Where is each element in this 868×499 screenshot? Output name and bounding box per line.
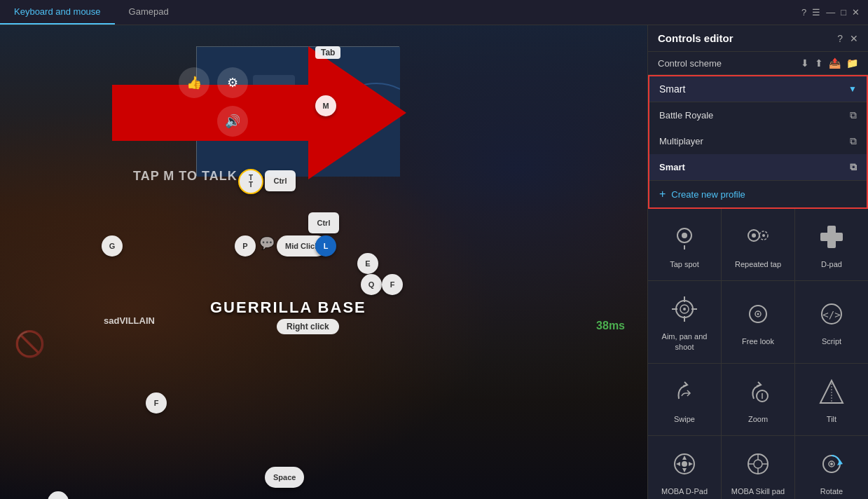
dropdown-item-multiplayer[interactable]: Multiplayer ⧉ — [649, 128, 867, 154]
scheme-download-icon[interactable]: ⬇ — [801, 57, 809, 69]
key-ctrl-2[interactable]: Ctrl — [308, 212, 339, 233]
rotate-label: Rotate — [820, 486, 843, 496]
controls-panel: Controls editor ? ✕ Control scheme ⬇ ⬆ 📤… — [647, 25, 868, 499]
key-l[interactable]: L — [315, 235, 336, 257]
copy-icon-1: ⧉ — [850, 109, 857, 121]
control-tap-spot[interactable]: Tap spot — [648, 209, 721, 280]
tilt-label: Tilt — [827, 414, 836, 424]
control-moba-dpad[interactable]: MOBA D-Pad — [648, 436, 721, 499]
key-tt[interactable]: TT — [238, 169, 263, 194]
key-m[interactable]: M — [315, 95, 336, 116]
copy-icon-3: ⧉ — [850, 161, 857, 173]
zoom-icon — [741, 375, 775, 409]
svg-point-37 — [682, 461, 687, 467]
profile-dropdown-container: Smart ▼ Battle Royale ⧉ Multiplayer ⧉ Sm… — [648, 75, 868, 209]
panel-help-icon[interactable]: ? — [837, 33, 843, 44]
key-e-1[interactable]: E — [357, 253, 378, 274]
tap-to-talk-label: TAP M TO TALK — [133, 169, 237, 184]
key-f-2[interactable]: F — [146, 392, 167, 413]
control-dpad[interactable]: D-pad — [795, 209, 868, 280]
control-scheme-row: Control scheme ⬇ ⬆ 📤 📁 — [648, 52, 868, 75]
control-free-look[interactable]: Free look — [722, 281, 794, 363]
swipe-label: Swipe — [674, 414, 695, 424]
key-space[interactable]: Space — [265, 467, 304, 488]
scheme-upload-icon[interactable]: ⬆ — [815, 57, 823, 69]
svg-point-5 — [682, 233, 687, 238]
dropdown-selected-text: Smart — [659, 83, 685, 95]
top-bar: Keyboard and mouse Gamepad ? ☰ — □ ✕ — [0, 0, 868, 25]
script-icon: </> — [815, 297, 848, 331]
control-scheme-icons: ⬇ ⬆ 📤 📁 — [801, 57, 858, 69]
right-click-label[interactable]: Right click — [277, 319, 339, 334]
control-zoom[interactable]: Zoom — [722, 364, 794, 435]
control-swipe[interactable]: Swipe — [648, 364, 721, 435]
svg-text:</>: </> — [822, 309, 840, 320]
panel-header: Controls editor ? ✕ — [648, 25, 868, 52]
key-p[interactable]: P — [235, 235, 256, 257]
free-look-icon — [741, 297, 775, 331]
key-ctrl-1[interactable]: Ctrl — [265, 170, 296, 191]
scheme-folder-icon[interactable]: 📁 — [846, 57, 858, 69]
tap-spot-label: Tap spot — [670, 259, 699, 269]
minimize-icon[interactable]: — — [826, 7, 835, 18]
scheme-share-icon[interactable]: 📤 — [829, 57, 841, 69]
menu-icon[interactable]: ☰ — [812, 7, 820, 18]
svg-marker-3 — [112, 46, 406, 179]
control-moba-skill[interactable]: MOBA Skill pad — [722, 436, 794, 499]
panel-close-icon[interactable]: ✕ — [850, 33, 858, 44]
no-entry-icon: 🚫 — [14, 329, 46, 359]
svg-marker-33 — [682, 456, 687, 460]
control-scheme-label: Control scheme — [658, 58, 722, 69]
key-f-1[interactable]: F — [382, 274, 403, 295]
svg-marker-35 — [676, 462, 680, 466]
controls-grid: Tap spot Repeated tap — [648, 209, 868, 499]
moba-dpad-label: MOBA D-Pad — [661, 486, 708, 496]
dropdown-item-battle-royale[interactable]: Battle Royale ⧉ — [649, 102, 867, 128]
panel-title: Controls editor — [658, 32, 733, 44]
dropdown-item-smart[interactable]: Smart ⧉ — [649, 154, 867, 180]
free-look-label: Free look — [742, 336, 774, 346]
control-tilt[interactable]: Tilt — [795, 364, 868, 435]
plus-icon: + — [659, 188, 666, 200]
create-new-profile-item[interactable]: + Create new profile — [649, 180, 867, 207]
window-controls: ? ☰ — □ ✕ — [801, 7, 868, 18]
thumbs-up-icon[interactable]: 👍 — [179, 67, 209, 98]
repeated-tap-icon — [741, 220, 775, 254]
copy-icon-2: ⧉ — [850, 135, 857, 147]
dpad-label: D-pad — [821, 259, 842, 269]
control-rotate[interactable]: Rotate — [795, 436, 868, 499]
rotate-icon — [815, 447, 848, 481]
control-aim-pan-shoot[interactable]: Aim, pan and shoot — [648, 281, 721, 363]
volume-icon[interactable]: 🔊 — [217, 106, 248, 137]
dropdown-arrow-icon: ▼ — [848, 84, 857, 94]
control-script[interactable]: </> Script — [795, 281, 868, 363]
settings-icon[interactable]: ⚙ — [217, 67, 248, 98]
swipe-icon — [668, 375, 701, 409]
dropdown-selected[interactable]: Smart ▼ — [649, 76, 867, 102]
script-label: Script — [822, 336, 841, 346]
tab-gamepad[interactable]: Gamepad — [115, 0, 183, 25]
panel-header-icons: ? ✕ — [837, 33, 858, 44]
aim-pan-shoot-label: Aim, pan and shoot — [654, 331, 715, 352]
control-repeated-tap[interactable]: Repeated tap — [722, 209, 794, 280]
svg-point-39 — [754, 460, 762, 468]
svg-point-47 — [830, 463, 833, 465]
maximize-icon[interactable]: □ — [841, 7, 846, 18]
key-g[interactable]: G — [102, 235, 123, 257]
svg-marker-34 — [682, 468, 687, 472]
key-tab[interactable]: Tab — [315, 46, 340, 59]
chat-icon: 💬 — [259, 235, 275, 251]
tab-keyboard-mouse[interactable]: Keyboard and mouse — [0, 0, 115, 25]
game-area: 👍 ⚙ 🔊 TT Ctrl Ctrl Tab M G P Mid Click L… — [0, 25, 647, 499]
moba-dpad-icon — [668, 447, 701, 481]
svg-point-22 — [683, 308, 686, 310]
svg-rect-15 — [827, 233, 836, 241]
key-q[interactable]: Q — [361, 274, 382, 295]
svg-point-10 — [762, 234, 765, 237]
close-icon[interactable]: ✕ — [852, 7, 860, 18]
svg-point-8 — [752, 233, 756, 238]
moba-skill-icon — [741, 447, 775, 481]
tap-spot-icon — [668, 220, 701, 254]
help-icon[interactable]: ? — [801, 7, 806, 18]
tilt-icon — [815, 375, 848, 409]
